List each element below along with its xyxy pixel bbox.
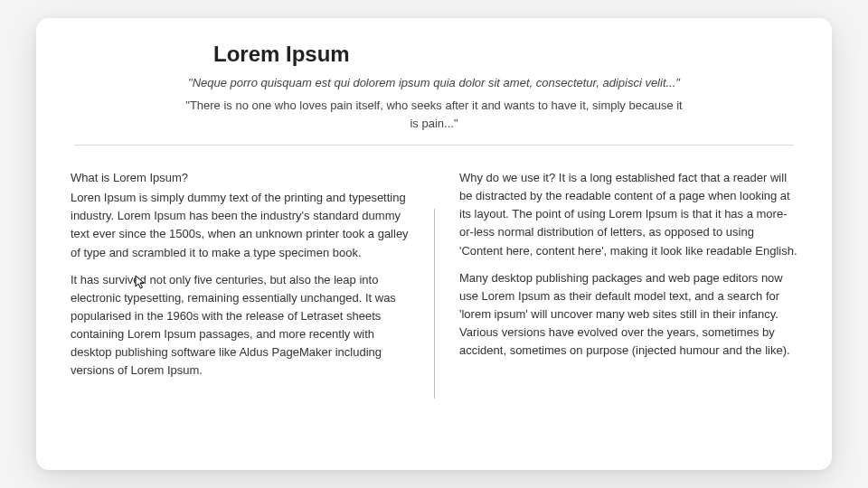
document-card: Lorem Ipsum "Neque porro quisquam est qu…: [36, 18, 832, 470]
right-paragraph-1: Why do we use it? It is a long establish…: [459, 169, 797, 260]
right-paragraph-2: Many desktop publishing packages and web…: [459, 269, 797, 361]
left-paragraph-1: Loren Ipsum is simply dummy text of the …: [71, 189, 409, 262]
page-title: Lorem Ipsum: [213, 42, 797, 67]
quote-latin: "Neque porro quisquam est qui dolorem ip…: [163, 76, 705, 89]
vertical-divider: [434, 209, 435, 399]
left-heading: What is Lorem Ipsum?: [71, 169, 409, 187]
left-paragraph-2: It has survived not only five centuries,…: [71, 271, 409, 380]
column-left: What is Lorem Ipsum? Loren Ipsum is simp…: [71, 169, 434, 389]
content-columns: What is Lorem Ipsum? Loren Ipsum is simp…: [71, 169, 797, 389]
quote-english: "There is no one who loves pain itself, …: [181, 97, 687, 132]
horizontal-divider: [74, 145, 794, 145]
column-right: Why do we use it? It is a long establish…: [434, 169, 797, 389]
